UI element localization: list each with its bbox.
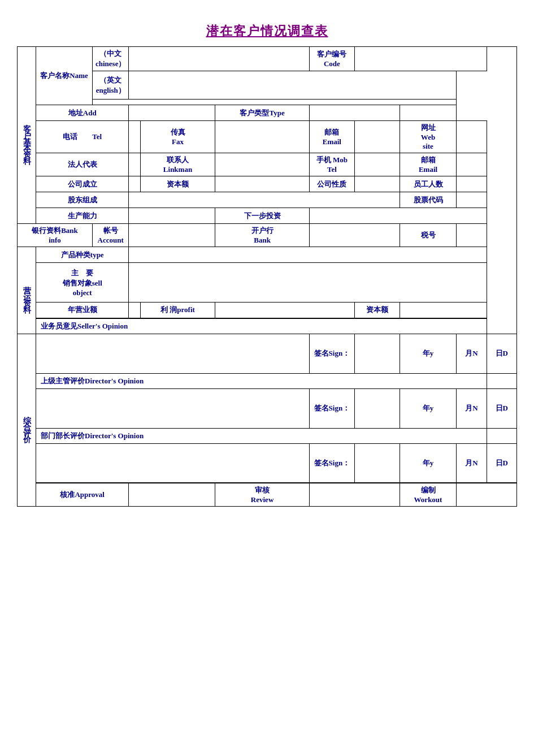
company-founded-label: 公司成立 [36, 176, 129, 192]
year1-label: 年y [400, 334, 457, 373]
sign2-label: 签名Sign： [309, 388, 354, 428]
customer-type-label: 客户类型Type [215, 105, 310, 121]
chinese-label: （中文chinese） [93, 47, 129, 71]
capital2-input[interactable] [400, 303, 487, 318]
tel-input[interactable] [129, 121, 140, 153]
page-title: 潜在客户情况调查表 [17, 23, 517, 40]
company-nature-input[interactable] [354, 176, 400, 192]
name-extra-space [93, 100, 457, 105]
main-sales-label: 主 要 销售对象sell object [36, 263, 129, 303]
website-label: 网址 Web site [400, 121, 457, 153]
year2-label: 年y [400, 388, 457, 428]
approval-input[interactable] [129, 483, 215, 507]
production-capacity-input[interactable] [129, 208, 215, 224]
email2-label: 邮箱 Email [400, 153, 457, 176]
account-input[interactable] [129, 224, 215, 247]
tax-input[interactable] [457, 224, 487, 247]
workout-input[interactable] [457, 483, 517, 507]
english-name-input[interactable] [129, 71, 457, 100]
next-investment-input[interactable] [309, 208, 487, 224]
stock-code-label: 股票代码 [400, 192, 457, 208]
tel-label: 电话 Tel [36, 121, 129, 153]
website-input[interactable] [457, 121, 487, 153]
day3-label: 日D [487, 443, 516, 483]
email2-input[interactable] [457, 153, 487, 176]
review-input[interactable] [309, 483, 400, 507]
shareholders-input[interactable] [129, 192, 400, 208]
linkman-input[interactable] [215, 153, 310, 176]
director-opinion2-label: 部门部长评价Director's Opinion [36, 428, 487, 443]
year3-label: 年y [400, 443, 457, 483]
month1-label: 月N [457, 334, 487, 373]
section-basic-label: 客 户 基 本 资 料 [18, 47, 36, 224]
director-opinion2-input[interactable] [36, 443, 310, 483]
month2-label: 月N [457, 388, 487, 428]
month3-label: 月N [457, 443, 487, 483]
customer-code-input[interactable] [354, 47, 487, 71]
seller-opinion-label: 业务员意见Seller's Opinion [36, 318, 487, 334]
mobile-label: 手机 Mob Tel [309, 153, 354, 176]
director-opinion1-label: 上级主管评价Director's Opinion [36, 373, 487, 388]
annual-revenue-label: 年营业额 [36, 303, 129, 318]
customer-code-label: 客户编号Code [309, 47, 354, 71]
bank-input[interactable] [309, 224, 400, 247]
capital-input[interactable] [215, 176, 310, 192]
tax-label: 税号 [400, 224, 457, 247]
email-label: 邮箱 Email [309, 121, 354, 153]
seller-opinion-input[interactable] [36, 334, 310, 373]
company-founded-input[interactable] [129, 176, 140, 192]
sign1-input[interactable] [354, 334, 400, 373]
workout-label: 编制 Workout [400, 483, 457, 507]
chinese-name-input[interactable] [129, 47, 309, 71]
section-evaluation-label: 综 合 评 价 [18, 334, 36, 507]
employee-count-label: 员工人数 [400, 176, 457, 192]
product-type-label: 产品种类type [36, 247, 129, 263]
review-label: 审核 Review [215, 483, 310, 507]
shareholders-label: 股东组成 [36, 192, 129, 208]
day2-label: 日D [487, 388, 516, 428]
customer-type-input[interactable] [309, 105, 400, 121]
sign3-label: 签名Sign： [309, 443, 354, 483]
director-opinion1-input[interactable] [36, 388, 310, 428]
sign1-label: 签名Sign： [309, 334, 354, 373]
annual-revenue-input[interactable] [129, 303, 140, 318]
account-label: 帐号 Account [93, 224, 129, 247]
capital2-label: 资本额 [354, 303, 400, 318]
section-operations-label: 营 运 资 料 [18, 247, 36, 334]
customer-type-extra[interactable] [400, 105, 457, 121]
legal-rep-input[interactable] [129, 153, 140, 176]
day1-label: 日D [487, 334, 516, 373]
sign3-input[interactable] [354, 443, 400, 483]
employee-count-input[interactable] [457, 176, 487, 192]
fax-input[interactable] [215, 121, 310, 153]
address-input[interactable] [129, 105, 215, 121]
capital-label: 资本额 [140, 176, 215, 192]
company-nature-label: 公司性质 [309, 176, 354, 192]
address-label: 地址Add [36, 105, 129, 121]
main-sales-input[interactable] [129, 263, 487, 303]
fax-label: 传真 Fax [140, 121, 215, 153]
linkman-label: 联系人 Linkman [140, 153, 215, 176]
next-investment-label: 下一步投资 [215, 208, 310, 224]
mobile-input[interactable] [354, 153, 400, 176]
approval-label: 核准Approval [36, 483, 129, 507]
stock-code-input[interactable] [457, 192, 487, 208]
profit-input[interactable] [215, 303, 355, 318]
production-capacity-label: 生产能力 [36, 208, 129, 224]
profit-label: 利 润profit [140, 303, 215, 318]
sign2-input[interactable] [354, 388, 400, 428]
customer-name-label: 客户名称Name [36, 47, 93, 105]
english-label: （英文 english） [93, 71, 129, 100]
email-input[interactable] [354, 121, 400, 153]
legal-rep-label: 法人代表 [36, 153, 129, 176]
bank-label: 开户行 Bank [215, 224, 310, 247]
product-type-input[interactable] [129, 247, 487, 263]
bank-info-label: 银行资料Bank info [18, 224, 93, 247]
